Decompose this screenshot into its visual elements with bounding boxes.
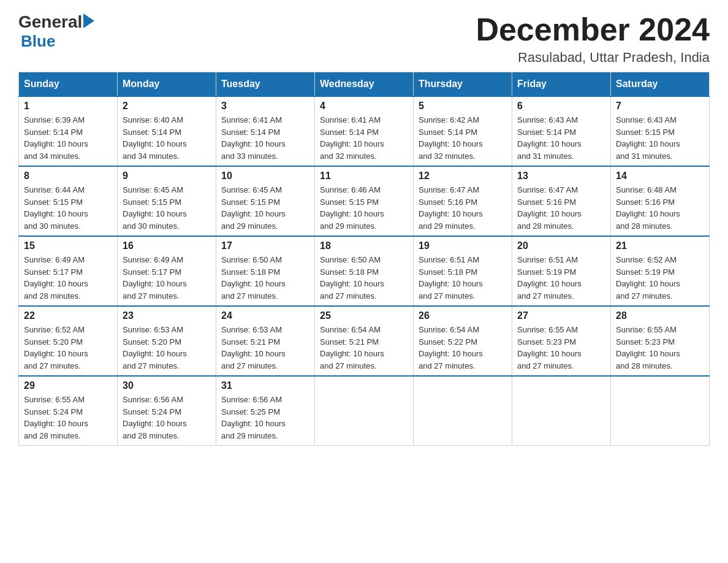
table-row: 4 Sunrise: 6:41 AM Sunset: 5:14 PM Dayli… (315, 96, 414, 166)
day-info: Sunrise: 6:51 AM Sunset: 5:18 PM Dayligh… (419, 254, 507, 302)
table-row: 7 Sunrise: 6:43 AM Sunset: 5:15 PM Dayli… (611, 96, 710, 166)
day-number: 21 (616, 240, 704, 251)
col-tuesday: Tuesday (216, 72, 315, 97)
col-sunday: Sunday (19, 72, 118, 97)
day-info: Sunrise: 6:50 AM Sunset: 5:18 PM Dayligh… (221, 254, 309, 302)
day-number: 22 (24, 310, 112, 321)
table-row: 10 Sunrise: 6:45 AM Sunset: 5:15 PM Dayl… (216, 166, 315, 236)
day-number: 14 (616, 170, 704, 182)
day-info: Sunrise: 6:42 AM Sunset: 5:14 PM Dayligh… (419, 114, 507, 162)
logo-general-text: General (18, 12, 82, 32)
day-info: Sunrise: 6:55 AM Sunset: 5:23 PM Dayligh… (517, 324, 605, 372)
table-row: 6 Sunrise: 6:43 AM Sunset: 5:14 PM Dayli… (512, 96, 611, 166)
day-info: Sunrise: 6:49 AM Sunset: 5:17 PM Dayligh… (24, 254, 112, 302)
table-row: 28 Sunrise: 6:55 AM Sunset: 5:23 PM Dayl… (611, 306, 710, 376)
table-row: 17 Sunrise: 6:50 AM Sunset: 5:18 PM Dayl… (216, 236, 315, 306)
day-number: 8 (24, 170, 112, 182)
day-number: 28 (616, 310, 704, 321)
day-info: Sunrise: 6:51 AM Sunset: 5:19 PM Dayligh… (517, 254, 605, 302)
day-number: 10 (221, 170, 309, 182)
table-row: 23 Sunrise: 6:53 AM Sunset: 5:20 PM Dayl… (118, 306, 216, 376)
day-info: Sunrise: 6:55 AM Sunset: 5:24 PM Dayligh… (24, 394, 112, 442)
day-number: 24 (221, 310, 309, 321)
col-thursday: Thursday (414, 72, 512, 97)
day-number: 31 (221, 380, 309, 391)
table-row: 2 Sunrise: 6:40 AM Sunset: 5:14 PM Dayli… (118, 96, 216, 166)
table-row: 20 Sunrise: 6:51 AM Sunset: 5:19 PM Dayl… (512, 236, 611, 306)
col-friday: Friday (512, 72, 611, 97)
calendar-week-row: 15 Sunrise: 6:49 AM Sunset: 5:17 PM Dayl… (19, 236, 710, 306)
day-info: Sunrise: 6:53 AM Sunset: 5:20 PM Dayligh… (123, 324, 211, 372)
day-number: 18 (320, 240, 408, 251)
table-row: 13 Sunrise: 6:47 AM Sunset: 5:16 PM Dayl… (512, 166, 611, 236)
table-row: 1 Sunrise: 6:39 AM Sunset: 5:14 PM Dayli… (19, 96, 118, 166)
day-info: Sunrise: 6:44 AM Sunset: 5:15 PM Dayligh… (24, 184, 112, 232)
col-wednesday: Wednesday (315, 72, 414, 97)
day-number: 29 (24, 380, 112, 391)
table-row (512, 376, 611, 446)
table-row: 9 Sunrise: 6:45 AM Sunset: 5:15 PM Dayli… (118, 166, 216, 236)
table-row: 24 Sunrise: 6:53 AM Sunset: 5:21 PM Dayl… (216, 306, 315, 376)
day-info: Sunrise: 6:45 AM Sunset: 5:15 PM Dayligh… (221, 184, 309, 232)
day-info: Sunrise: 6:50 AM Sunset: 5:18 PM Dayligh… (320, 254, 408, 302)
table-row: 22 Sunrise: 6:52 AM Sunset: 5:20 PM Dayl… (19, 306, 118, 376)
day-number: 7 (616, 101, 704, 112)
day-number: 26 (419, 310, 507, 321)
calendar-week-row: 1 Sunrise: 6:39 AM Sunset: 5:14 PM Dayli… (19, 96, 710, 166)
day-info: Sunrise: 6:49 AM Sunset: 5:17 PM Dayligh… (123, 254, 211, 302)
table-row: 30 Sunrise: 6:56 AM Sunset: 5:24 PM Dayl… (118, 376, 216, 446)
col-monday: Monday (118, 72, 216, 97)
page-header: General Blue December 2024 Rasulabad, Ut… (18, 12, 710, 66)
table-row: 27 Sunrise: 6:55 AM Sunset: 5:23 PM Dayl… (512, 306, 611, 376)
day-number: 13 (517, 170, 605, 182)
day-info: Sunrise: 6:43 AM Sunset: 5:14 PM Dayligh… (517, 114, 605, 162)
calendar-week-row: 8 Sunrise: 6:44 AM Sunset: 5:15 PM Dayli… (19, 166, 710, 236)
day-info: Sunrise: 6:41 AM Sunset: 5:14 PM Dayligh… (320, 114, 408, 162)
table-row: 18 Sunrise: 6:50 AM Sunset: 5:18 PM Dayl… (315, 236, 414, 306)
day-number: 25 (320, 310, 408, 321)
col-saturday: Saturday (611, 72, 710, 97)
table-row (611, 376, 710, 446)
day-number: 9 (123, 170, 211, 182)
day-number: 30 (123, 380, 211, 391)
day-info: Sunrise: 6:55 AM Sunset: 5:23 PM Dayligh… (616, 324, 704, 372)
calendar-table: Sunday Monday Tuesday Wednesday Thursday… (18, 72, 710, 446)
day-number: 3 (221, 101, 309, 112)
day-number: 27 (517, 310, 605, 321)
day-info: Sunrise: 6:52 AM Sunset: 5:20 PM Dayligh… (24, 324, 112, 372)
day-number: 2 (123, 101, 211, 112)
day-info: Sunrise: 6:54 AM Sunset: 5:22 PM Dayligh… (419, 324, 507, 372)
day-number: 23 (123, 310, 211, 321)
calendar-week-row: 29 Sunrise: 6:55 AM Sunset: 5:24 PM Dayl… (19, 376, 710, 446)
day-info: Sunrise: 6:56 AM Sunset: 5:25 PM Dayligh… (221, 394, 309, 442)
day-info: Sunrise: 6:47 AM Sunset: 5:16 PM Dayligh… (419, 184, 507, 232)
day-number: 1 (24, 101, 112, 112)
table-row: 5 Sunrise: 6:42 AM Sunset: 5:14 PM Dayli… (414, 96, 512, 166)
table-row: 3 Sunrise: 6:41 AM Sunset: 5:14 PM Dayli… (216, 96, 315, 166)
day-info: Sunrise: 6:48 AM Sunset: 5:16 PM Dayligh… (616, 184, 704, 232)
day-number: 19 (419, 240, 507, 251)
table-row (414, 376, 512, 446)
day-info: Sunrise: 6:45 AM Sunset: 5:15 PM Dayligh… (123, 184, 211, 232)
day-info: Sunrise: 6:41 AM Sunset: 5:14 PM Dayligh… (221, 114, 309, 162)
table-row: 12 Sunrise: 6:47 AM Sunset: 5:16 PM Dayl… (414, 166, 512, 236)
day-info: Sunrise: 6:56 AM Sunset: 5:24 PM Dayligh… (123, 394, 211, 442)
table-row: 29 Sunrise: 6:55 AM Sunset: 5:24 PM Dayl… (19, 376, 118, 446)
day-number: 20 (517, 240, 605, 251)
calendar-week-row: 22 Sunrise: 6:52 AM Sunset: 5:20 PM Dayl… (19, 306, 710, 376)
day-info: Sunrise: 6:40 AM Sunset: 5:14 PM Dayligh… (123, 114, 211, 162)
location-text: Rasulabad, Uttar Pradesh, India (476, 50, 710, 66)
logo-arrow-icon (83, 13, 94, 28)
calendar-header-row: Sunday Monday Tuesday Wednesday Thursday… (19, 72, 710, 97)
day-info: Sunrise: 6:53 AM Sunset: 5:21 PM Dayligh… (221, 324, 309, 372)
table-row: 8 Sunrise: 6:44 AM Sunset: 5:15 PM Dayli… (19, 166, 118, 236)
logo-blue-text: Blue (21, 32, 55, 51)
day-number: 12 (419, 170, 507, 182)
day-number: 15 (24, 240, 112, 251)
day-info: Sunrise: 6:47 AM Sunset: 5:16 PM Dayligh… (517, 184, 605, 232)
table-row: 26 Sunrise: 6:54 AM Sunset: 5:22 PM Dayl… (414, 306, 512, 376)
day-number: 6 (517, 101, 605, 112)
logo: General Blue (18, 12, 94, 51)
day-info: Sunrise: 6:43 AM Sunset: 5:15 PM Dayligh… (616, 114, 704, 162)
day-info: Sunrise: 6:46 AM Sunset: 5:15 PM Dayligh… (320, 184, 408, 232)
